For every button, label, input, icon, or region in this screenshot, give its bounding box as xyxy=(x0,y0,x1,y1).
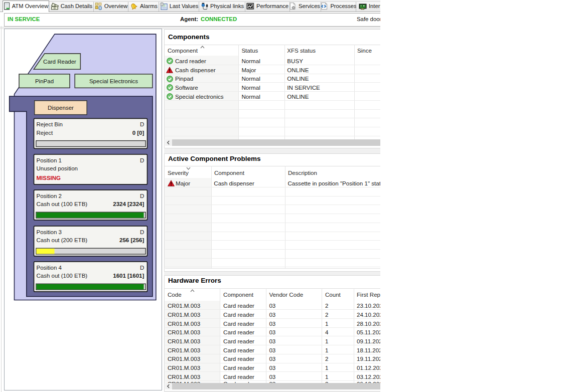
svg-text:1601 [1601]: 1601 [1601] xyxy=(113,273,144,279)
svg-text:Reject: Reject xyxy=(37,130,53,136)
svg-text:D: D xyxy=(140,121,144,127)
svg-text:D: D xyxy=(140,265,144,271)
svg-text:Cash out (100 ETB): Cash out (100 ETB) xyxy=(37,201,88,207)
svg-text:Position 2: Position 2 xyxy=(37,193,62,199)
svg-text:Unused position: Unused position xyxy=(37,165,78,171)
svg-text:Reject Bin: Reject Bin xyxy=(37,121,63,127)
svg-text:D: D xyxy=(140,193,144,199)
svg-text:2324 [2324]: 2324 [2324] xyxy=(113,201,144,207)
svg-text:D: D xyxy=(140,229,144,235)
svg-text:Position 4: Position 4 xyxy=(37,265,62,271)
svg-text:Card Reader: Card Reader xyxy=(43,59,76,65)
svg-text:256 [256]: 256 [256] xyxy=(119,237,144,243)
svg-text:PinPad: PinPad xyxy=(35,78,54,84)
svg-text:Cash out (200 ETB): Cash out (200 ETB) xyxy=(37,237,88,243)
svg-text:Special Electronics: Special Electronics xyxy=(89,78,138,84)
svg-text:Dispenser: Dispenser xyxy=(48,105,74,111)
svg-text:Position 1: Position 1 xyxy=(37,157,62,163)
svg-text:D: D xyxy=(140,157,144,163)
svg-text:0 [0]: 0 [0] xyxy=(132,130,144,136)
svg-text:Cash out (100 ETB): Cash out (100 ETB) xyxy=(37,273,88,279)
svg-text:Position 3: Position 3 xyxy=(37,229,62,235)
svg-text:MISSING: MISSING xyxy=(37,175,61,181)
